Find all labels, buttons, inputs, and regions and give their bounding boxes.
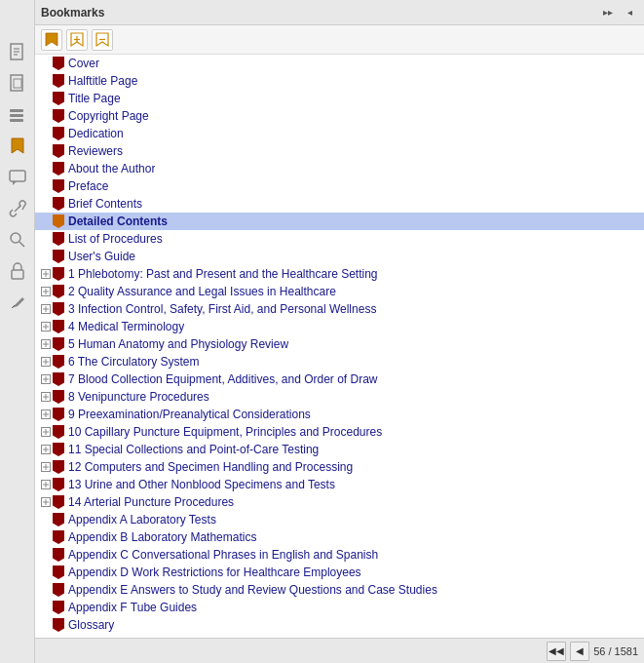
bookmark-item[interactable]: Appendix B Laboratory Mathematics <box>35 528 644 546</box>
bookmark-label: Detailed Contents <box>68 214 168 228</box>
bookmark-item[interactable]: 11 Special Collections and Point-of-Care… <box>35 441 644 458</box>
expand-icon[interactable] <box>39 478 53 491</box>
toolbar-link-btn[interactable] <box>4 195 31 222</box>
bookmark-item[interactable]: Appendix D Work Restrictions for Healthc… <box>35 564 644 581</box>
bookmark-flag <box>53 197 64 211</box>
bookmark-item[interactable]: Detailed Contents <box>35 213 644 230</box>
bookmark-item[interactable]: 9 Preexamination/Preanalytical Considera… <box>35 406 644 423</box>
bookmark-item[interactable]: Brief Contents <box>35 195 644 213</box>
expand-icon[interactable] <box>39 425 53 439</box>
bookmark-item[interactable]: Reviewers <box>35 142 644 160</box>
bookmark-item[interactable]: 12 Computers and Specimen Handling and P… <box>35 458 644 476</box>
svg-rect-5 <box>14 79 21 88</box>
bookmark-label: Reviewers <box>68 144 123 158</box>
bookmark-label: Appendix D Work Restrictions for Healthc… <box>68 566 361 579</box>
bookmark-label: Appendix F Tube Guides <box>68 601 197 614</box>
bookmark-label: Dedication <box>68 127 124 140</box>
expand-all-btn[interactable]: ▸▸ <box>599 4 617 21</box>
bookmark-label: Brief Contents <box>68 197 142 211</box>
bookmark-collapse-btn[interactable] <box>92 29 113 51</box>
bookmark-item[interactable]: Halftitle Page <box>35 72 644 90</box>
expand-icon[interactable] <box>39 408 53 421</box>
bookmark-item[interactable]: 1 Phlebotomy: Past and Present and the H… <box>35 265 644 283</box>
expand-icon[interactable] <box>39 320 53 333</box>
expand-icon[interactable] <box>39 355 53 369</box>
svg-rect-7 <box>10 114 23 117</box>
bookmark-item[interactable]: 8 Venipuncture Procedures <box>35 388 644 406</box>
expand-icon[interactable] <box>39 495 53 509</box>
toolbar-page-btn[interactable] <box>4 39 31 66</box>
bookmark-item[interactable]: Copyright Page <box>35 107 644 125</box>
expand-icon[interactable] <box>39 390 53 404</box>
expand-icon[interactable] <box>39 372 53 386</box>
bookmark-list[interactable]: CoverHalftitle PageTitle PageCopyright P… <box>35 55 644 638</box>
bookmark-item[interactable]: 7 Blood Collection Equipment, Additives,… <box>35 370 644 388</box>
bookmark-item[interactable]: 6 The Circulatory System <box>35 353 644 370</box>
bookmark-flag <box>53 179 64 193</box>
bookmark-flag <box>53 162 64 176</box>
bookmark-flag <box>53 285 64 298</box>
toolbar-search-btn[interactable] <box>4 226 31 254</box>
bookmark-label: About the Author <box>68 162 155 176</box>
bookmark-flag <box>53 618 64 632</box>
bookmark-flag <box>53 355 64 369</box>
bookmark-add-btn[interactable] <box>41 29 62 51</box>
bookmark-label: 14 Arterial Puncture Procedures <box>68 495 234 509</box>
expand-icon[interactable] <box>39 267 53 281</box>
bookmark-item[interactable]: Appendix C Conversational Phrases in Eng… <box>35 546 644 564</box>
toolbar-comment-btn[interactable] <box>4 164 31 191</box>
bookmark-item[interactable]: Title Page <box>35 90 644 107</box>
bookmark-label: Appendix E Answers to Study and Review Q… <box>68 583 437 597</box>
page-info: 56 / 1581 <box>593 645 638 657</box>
bookmark-flag <box>53 478 64 491</box>
bookmark-item[interactable]: 10 Capillary Puncture Equipment, Princip… <box>35 423 644 441</box>
expand-icon[interactable] <box>39 460 53 474</box>
bookmark-item[interactable]: Glossary <box>35 616 644 634</box>
bookmark-item[interactable]: 14 Arterial Puncture Procedures <box>35 493 644 511</box>
first-page-btn[interactable]: ◀◀ <box>547 642 566 661</box>
bookmark-flag <box>53 548 64 562</box>
toolbar-doc-btn[interactable] <box>4 70 31 98</box>
bookmark-flag <box>53 127 64 140</box>
bookmark-item[interactable]: Preface <box>35 177 644 195</box>
bookmark-item[interactable]: Dedication <box>35 125 644 142</box>
bookmark-item[interactable]: 5 Human Anatomy and Physiology Review <box>35 335 644 353</box>
panel-header: Bookmarks ▸▸ ◂ <box>35 0 644 25</box>
expand-icon[interactable] <box>39 285 53 298</box>
left-toolbar <box>0 0 35 663</box>
bookmark-flag <box>53 601 64 614</box>
toolbar-pen-btn[interactable] <box>4 289 31 316</box>
bookmark-item[interactable]: Appendix F Tube Guides <box>35 599 644 616</box>
bookmark-item[interactable]: 2 Quality Assurance and Legal Issues in … <box>35 283 644 300</box>
bookmark-item[interactable]: Appendix A Laboratory Tests <box>35 511 644 528</box>
prev-page-btn[interactable]: ◀ <box>570 642 589 661</box>
bookmark-item[interactable]: Cover <box>35 55 644 72</box>
bookmark-label: 10 Capillary Puncture Equipment, Princip… <box>68 425 382 439</box>
bookmark-flag <box>53 583 64 597</box>
toolbar-layers-btn[interactable] <box>4 101 31 129</box>
expand-icon[interactable] <box>39 337 53 351</box>
bookmark-item[interactable]: 4 Medical Terminology <box>35 318 644 335</box>
svg-rect-13 <box>12 270 23 279</box>
bookmark-item[interactable]: 13 Urine and Other Nonblood Specimens an… <box>35 476 644 493</box>
bookmark-label: 11 Special Collections and Point-of-Care… <box>68 443 319 456</box>
expand-icon[interactable] <box>39 443 53 456</box>
bookmark-item[interactable]: About the Author <box>35 160 644 177</box>
bookmark-item[interactable]: Appendix E Answers to Study and Review Q… <box>35 581 644 599</box>
collapse-panel-btn[interactable]: ◂ <box>621 4 638 21</box>
bookmark-flag <box>53 337 64 351</box>
bookmark-label: Glossary <box>68 618 114 632</box>
toolbar-bookmark-btn[interactable] <box>4 133 31 160</box>
bookmark-item[interactable]: 3 Infection Control, Safety, First Aid, … <box>35 300 644 318</box>
bookmark-label: Appendix C Conversational Phrases in Eng… <box>68 548 378 562</box>
bookmark-flag <box>53 232 64 246</box>
bookmark-expand-btn[interactable] <box>66 29 88 51</box>
bookmark-flag <box>53 302 64 316</box>
bookmark-item[interactable]: List of Procedures <box>35 230 644 248</box>
expand-icon[interactable] <box>39 302 53 316</box>
toolbar-lock-btn[interactable] <box>4 257 31 285</box>
bookmark-flag <box>53 214 64 228</box>
bookmark-flag <box>53 513 64 526</box>
bookmark-label: 9 Preexamination/Preanalytical Considera… <box>68 408 311 421</box>
bookmark-item[interactable]: User's Guide <box>35 248 644 265</box>
